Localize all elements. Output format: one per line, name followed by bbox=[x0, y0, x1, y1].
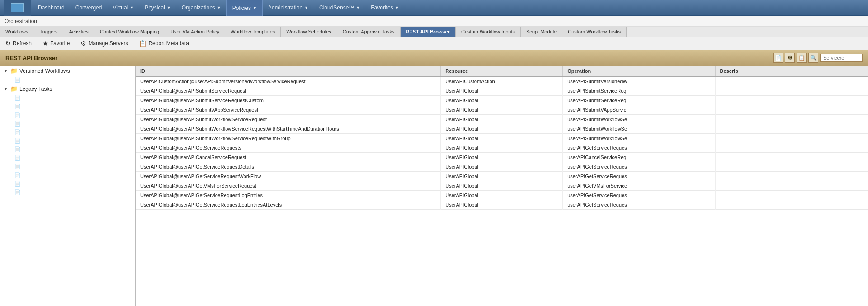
cell-id-11: UserAPIGlobal@userAPIGetVMsForServiceReq… bbox=[136, 181, 441, 191]
panel-title: REST API Browser bbox=[5, 55, 57, 61]
table-row[interactable]: UserAPIGlobal@userAPISubmitWorkflowServi… bbox=[136, 115, 868, 124]
tree-versioned-workflows[interactable]: ▼ 📁 Versioned Workflows bbox=[0, 66, 135, 75]
panel-settings-icon[interactable]: ⚙ bbox=[785, 53, 795, 63]
table-row[interactable]: UserAPIGlobal@userAPISubmitServiceReques… bbox=[136, 96, 868, 105]
tree-panel: ▼ 📁 Versioned Workflows 📄 ▼ 📁 Legacy Tas… bbox=[0, 66, 136, 306]
organizations-caret: ▼ bbox=[217, 5, 221, 10]
tree-file-item[interactable]: 📄 bbox=[0, 75, 135, 84]
gear-icon: ⚙ bbox=[80, 40, 86, 47]
cell-description-10 bbox=[715, 172, 868, 181]
cell-description-1 bbox=[715, 86, 868, 96]
nav-organizations[interactable]: Organizations▼ bbox=[176, 0, 226, 16]
cell-description-11 bbox=[715, 181, 868, 191]
table-row[interactable]: UserAPIGlobal@userAPISubmitWorkflowServi… bbox=[136, 124, 868, 134]
manage-servers-button[interactable]: ⚙ Manage Servers bbox=[79, 39, 130, 48]
search-input[interactable] bbox=[823, 55, 859, 61]
cell-description-9 bbox=[715, 162, 868, 172]
col-header-operation: Operation bbox=[563, 66, 715, 76]
file-icon-10: 📄 bbox=[14, 172, 21, 178]
tab-user-vm-action[interactable]: User VM Action Policy bbox=[165, 27, 225, 37]
tab-workflow-templates[interactable]: Workflow Templates bbox=[225, 27, 281, 37]
cell-operation-8: userAPICancelServiceReq bbox=[563, 153, 715, 162]
file-icon-6: 📄 bbox=[14, 138, 21, 144]
tab-workflow-schedules[interactable]: Workflow Schedules bbox=[281, 27, 337, 37]
favorite-label: Favorite bbox=[50, 40, 70, 47]
tab-custom-approval[interactable]: Custom Approval Tasks bbox=[337, 27, 401, 37]
panel-document-icon[interactable]: 📄 bbox=[773, 53, 783, 63]
star-icon: ★ bbox=[42, 40, 48, 47]
table-row[interactable]: UserAPIGlobal@userAPIGetServiceRequestWo… bbox=[136, 172, 868, 181]
table-row[interactable]: UserAPIGlobal@userAPIGetServiceRequestLo… bbox=[136, 191, 868, 200]
search-box[interactable] bbox=[820, 54, 863, 62]
panel-search-icon[interactable]: 🔍 bbox=[808, 53, 818, 63]
cell-id-2: UserAPIGlobal@userAPISubmitServiceReques… bbox=[136, 96, 441, 105]
nav-converged[interactable]: Converged bbox=[70, 0, 108, 16]
cell-description-8 bbox=[715, 153, 868, 162]
table-row[interactable]: UserAPIGlobal@userAPISubmitServiceReques… bbox=[136, 86, 868, 96]
table-row[interactable]: UserAPICustomAction@userAPISubmitVersion… bbox=[136, 76, 868, 86]
cell-description-6 bbox=[715, 134, 868, 143]
report-metadata-button[interactable]: 📋 Report Metadata bbox=[137, 39, 190, 48]
file-icon: 📄 bbox=[14, 77, 21, 83]
versioned-workflows-label: Versioned Workflows bbox=[19, 68, 70, 74]
cell-resource-7: UserAPIGlobal bbox=[441, 143, 563, 153]
table-row[interactable]: UserAPIGlobal@userAPISubmitVAppServiceRe… bbox=[136, 105, 868, 115]
tab-custom-workflow-tasks[interactable]: Custom Workflow Tasks bbox=[562, 27, 627, 37]
tree-file-12[interactable]: 📄 bbox=[0, 188, 135, 197]
tab-context-workflow[interactable]: Context Workflow Mapping bbox=[94, 27, 165, 37]
tab-script-module[interactable]: Script Module bbox=[521, 27, 562, 37]
table-row[interactable]: UserAPIGlobal@userAPIGetVMsForServiceReq… bbox=[136, 181, 868, 191]
tree-file-5[interactable]: 📄 bbox=[0, 128, 135, 137]
tab-activities[interactable]: Activities bbox=[63, 27, 94, 37]
table-row[interactable]: UserAPIGlobal@userAPISubmitWorkflowServi… bbox=[136, 134, 868, 143]
table-row[interactable]: UserAPIGlobal@userAPIGetServiceRequestLo… bbox=[136, 200, 868, 210]
tab-custom-workflow-inputs[interactable]: Custom Workflow Inputs bbox=[456, 27, 521, 37]
cell-id-8: UserAPIGlobal@userAPICancelServiceReques… bbox=[136, 153, 441, 162]
tree-file-11[interactable]: 📄 bbox=[0, 179, 135, 188]
tree-file-10[interactable]: 📄 bbox=[0, 171, 135, 179]
refresh-button[interactable]: ↻ Refresh bbox=[4, 39, 33, 48]
nav-dashboard[interactable]: Dashboard bbox=[33, 0, 70, 16]
logo bbox=[4, 0, 31, 16]
tree-file-8[interactable]: 📄 bbox=[0, 154, 135, 162]
sub-tabs: Workflows Triggers Activities Context Wo… bbox=[0, 27, 868, 37]
cell-resource-12: UserAPIGlobal bbox=[441, 191, 563, 200]
tree-legacy-tasks[interactable]: ▼ 📁 Legacy Tasks bbox=[0, 84, 135, 94]
tree-file-3[interactable]: 📄 bbox=[0, 111, 135, 119]
cell-operation-2: userAPISubmitServiceReq bbox=[563, 96, 715, 105]
virtual-caret: ▼ bbox=[130, 5, 134, 10]
nav-virtual[interactable]: Virtual▼ bbox=[107, 0, 139, 16]
table-row[interactable]: UserAPIGlobal@userAPICancelServiceReques… bbox=[136, 153, 868, 162]
cell-id-4: UserAPIGlobal@userAPISubmitWorkflowServi… bbox=[136, 115, 441, 124]
cell-id-12: UserAPIGlobal@userAPIGetServiceRequestLo… bbox=[136, 191, 441, 200]
favorite-button[interactable]: ★ Favorite bbox=[41, 39, 71, 48]
nav-policies[interactable]: Policies▼ bbox=[226, 0, 263, 16]
tab-rest-api-browser[interactable]: REST API Browser bbox=[401, 27, 456, 37]
nav-favorites[interactable]: Favorites▼ bbox=[365, 0, 404, 16]
cell-description-7 bbox=[715, 143, 868, 153]
nav-cloudsense[interactable]: CloudSense™▼ bbox=[314, 0, 365, 16]
file-icon-2: 📄 bbox=[14, 104, 21, 109]
table-row[interactable]: UserAPIGlobal@userAPIGetServiceRequests … bbox=[136, 143, 868, 153]
cell-description-0 bbox=[715, 76, 868, 86]
panel-header-actions: 📄 ⚙ 📋 🔍 bbox=[773, 53, 863, 63]
physical-caret: ▼ bbox=[167, 5, 171, 10]
tab-triggers[interactable]: Triggers bbox=[34, 27, 64, 37]
panel-filter-icon[interactable]: 📋 bbox=[797, 53, 807, 63]
tree-file-9[interactable]: 📄 bbox=[0, 162, 135, 171]
nav-administration[interactable]: Administration▼ bbox=[263, 0, 314, 16]
nav-physical[interactable]: Physical▼ bbox=[139, 0, 176, 16]
tab-workflows[interactable]: Workflows bbox=[0, 27, 34, 37]
tree-file-7[interactable]: 📄 bbox=[0, 145, 135, 154]
report-metadata-label: Report Metadata bbox=[148, 40, 189, 47]
tree-file-2[interactable]: 📄 bbox=[0, 102, 135, 111]
top-navigation: Dashboard Converged Virtual▼ Physical▼ O… bbox=[0, 0, 868, 16]
tree-file-1[interactable]: 📄 bbox=[0, 94, 135, 102]
cell-id-5: UserAPIGlobal@userAPISubmitWorkflowServi… bbox=[136, 124, 441, 134]
tree-file-6[interactable]: 📄 bbox=[0, 137, 135, 145]
cell-operation-3: userAPISubmitVAppServic bbox=[563, 105, 715, 115]
tree-file-4[interactable]: 📄 bbox=[0, 119, 135, 128]
table-row[interactable]: UserAPIGlobal@userAPIGetServiceRequestDe… bbox=[136, 162, 868, 172]
cell-description-2 bbox=[715, 96, 868, 105]
cell-resource-2: UserAPIGlobal bbox=[441, 96, 563, 105]
